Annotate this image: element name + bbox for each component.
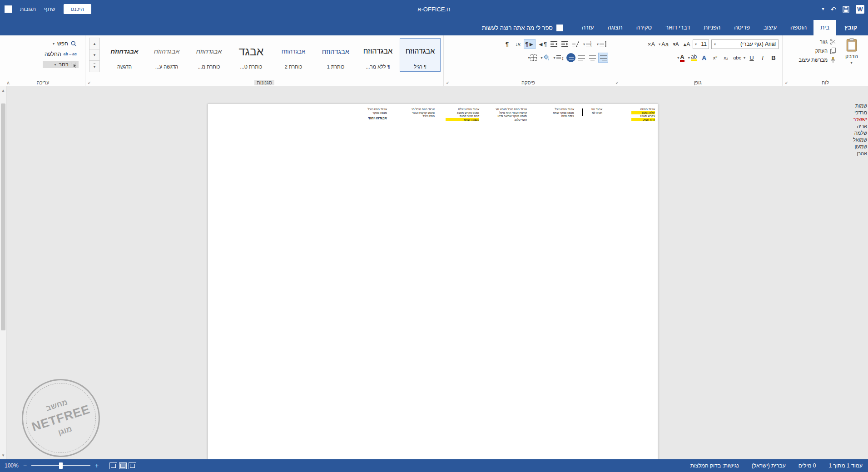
change-case-button[interactable]: Aa▾ (657, 39, 670, 49)
zoom-in-icon[interactable]: + (95, 462, 99, 469)
styles-scroll-down-button[interactable]: ▾ (89, 49, 100, 61)
vertical-scrollbar[interactable]: ▲ ▼ (0, 86, 7, 459)
highlighted-text-line: דהוז חטיכ (631, 118, 655, 122)
font-size-combobox[interactable]: 11 ▾ (693, 39, 709, 49)
style-card-subtle-emphasis[interactable]: אבגדהוזח הדגשה ע... (146, 38, 187, 72)
document-page[interactable]: אבגד הוזחט יכלמ נסעפ צקרש תאבג דהוז חטיכ… (208, 103, 658, 459)
rtl-direction-button[interactable]: ►¶ (524, 39, 536, 49)
undo-icon[interactable]: ↶ (830, 6, 836, 13)
style-card-heading2[interactable]: אבגדהוזח כותרת 2 (273, 38, 314, 72)
superscript-button[interactable]: x² (710, 53, 720, 63)
zoom-out-icon[interactable]: − (23, 462, 27, 469)
multilevel-list-button[interactable] (571, 39, 581, 49)
scrollbar-down-icon[interactable]: ▼ (0, 452, 6, 458)
tab-layout[interactable]: פריסה (727, 20, 757, 35)
replace-button[interactable]: ab→ac החלפה (43, 50, 79, 58)
margin-name[interactable]: יששכר (853, 116, 867, 123)
comments-button[interactable]: תגובות (20, 6, 36, 12)
format-painter-button[interactable]: מברשת עיצוב (799, 57, 836, 63)
paste-dropdown-icon: ▾ (851, 61, 853, 65)
tab-insert[interactable]: הוספה (784, 20, 813, 35)
find-button[interactable]: חפש ▾ (43, 40, 79, 47)
style-card-normal[interactable]: אבגדהוזח ¶ רגיל (400, 38, 441, 72)
justify-button[interactable] (566, 53, 575, 62)
sort-button[interactable]: א↓ (513, 39, 523, 49)
underline-dropdown-icon[interactable]: ▾ (744, 56, 745, 60)
styles-gallery-arrows: ▴ ▾ ▾ (89, 38, 100, 72)
style-card-no-spacing[interactable]: אבגדהוזח ¶ ללא מר... (357, 38, 398, 72)
zoom-slider-thumb[interactable] (59, 462, 63, 469)
accessibility-status[interactable]: נגישות: בדוק המלצות (690, 462, 739, 469)
bold-button[interactable]: B (769, 53, 779, 63)
increase-indent-button[interactable] (549, 39, 559, 49)
italic-button[interactable]: I (758, 53, 768, 63)
save-icon[interactable] (843, 6, 849, 13)
margin-name[interactable]: אריה (853, 123, 867, 130)
read-mode-view-icon[interactable] (129, 462, 136, 469)
style-card-heading1[interactable]: אבגדהוזח כותרת 1 (315, 38, 356, 72)
tab-help[interactable]: עזרה (575, 20, 601, 35)
zoom-slider[interactable] (31, 465, 90, 466)
clear-formatting-button[interactable]: A× (646, 39, 656, 49)
shrink-font-button[interactable]: A▾ (671, 39, 681, 49)
text-column-7: אבגד הוזח טיכל מנסע פצקר אבגדהו זחטי (353, 108, 387, 120)
margin-name[interactable]: שמעון (853, 143, 867, 150)
strikethrough-button[interactable]: abc (732, 53, 743, 63)
decrease-indent-button[interactable] (560, 39, 570, 49)
font-name-dropdown-icon[interactable]: ▾ (714, 42, 716, 46)
grow-font-button[interactable]: A▴ (682, 39, 692, 49)
tab-references[interactable]: הפניות (697, 20, 727, 35)
page-indicator[interactable]: עמוד 1 מתוך 1 (829, 462, 863, 469)
margin-name[interactable]: אהרן (853, 150, 867, 157)
scrollbar-thumb[interactable] (1, 103, 5, 330)
web-layout-view-icon[interactable] (109, 462, 117, 469)
paste-button[interactable]: הדבק ▾ (838, 38, 865, 77)
tab-mailings[interactable]: דברי דואר (659, 20, 697, 35)
tab-review[interactable]: סקירה (630, 20, 659, 35)
align-right-button[interactable] (598, 53, 608, 63)
bullets-button[interactable]: ▾ (595, 39, 608, 49)
font-name-combobox[interactable]: Arial (גוף עברי) ▾ (711, 39, 779, 49)
copy-button[interactable]: העתק (799, 48, 836, 54)
cut-button[interactable]: גזור (799, 39, 836, 45)
underline-button[interactable]: U (747, 53, 757, 63)
sign-in-button[interactable]: היכנס (64, 4, 91, 14)
shading-button[interactable]: ▾ (539, 53, 551, 63)
ltr-direction-button[interactable]: ¶◄ (536, 39, 548, 49)
styles-scroll-up-button[interactable]: ▴ (89, 38, 100, 49)
align-left-button[interactable] (576, 53, 586, 63)
tab-home[interactable]: בית (813, 20, 836, 35)
margin-name[interactable]: מרדכי (853, 109, 867, 116)
qat-customize-icon[interactable]: ▾ (822, 7, 824, 11)
tab-file[interactable]: קובץ (836, 20, 865, 35)
text-effects-button[interactable]: A (699, 53, 709, 63)
numbering-button[interactable]: 123 ▾ (582, 39, 595, 49)
subscript-button[interactable]: x₂ (721, 53, 731, 63)
language-indicator[interactable]: עברית (ישראל) (752, 462, 786, 469)
tab-design[interactable]: עיצוב (757, 20, 784, 35)
align-center-button[interactable] (587, 53, 597, 63)
styles-more-button[interactable]: ▾ (89, 60, 100, 72)
style-card-emphasis[interactable]: אבגדהוזח הדגשה (104, 38, 145, 72)
tab-view[interactable]: תצוגה (600, 20, 629, 35)
word-count[interactable]: 0 מילים (799, 462, 816, 469)
font-size-dropdown-icon[interactable]: ▾ (695, 42, 697, 46)
borders-button[interactable]: ▾ (526, 53, 538, 63)
print-layout-view-icon[interactable] (119, 462, 127, 469)
font-color-button[interactable]: A▾ (676, 53, 686, 63)
tell-me-box[interactable]: ספר לי מה אתה רוצה לעשות (482, 25, 563, 35)
margin-name[interactable]: שמות (853, 103, 867, 109)
text-highlight-button[interactable]: ab▾ (687, 53, 698, 63)
margin-name[interactable]: שמואל (853, 137, 867, 143)
line-spacing-button[interactable]: ↕ ▾ (552, 53, 565, 63)
margin-name[interactable]: שלמה (853, 130, 867, 137)
scrollbar-up-icon[interactable]: ▲ (0, 87, 6, 93)
collapse-ribbon-icon[interactable]: ∧ (6, 80, 10, 86)
zoom-level[interactable]: 100% (5, 462, 19, 469)
show-paragraph-marks-button[interactable]: ¶ (502, 39, 512, 49)
share-button[interactable]: שתף (44, 6, 55, 12)
select-button[interactable]: בחר ▾ (43, 61, 79, 68)
style-card-subtitle[interactable]: אבגדהוזח כותרת מ... (188, 38, 229, 72)
window-restore-icon[interactable] (5, 5, 12, 13)
style-card-title[interactable]: אבגד כותרת ט... (231, 38, 272, 72)
